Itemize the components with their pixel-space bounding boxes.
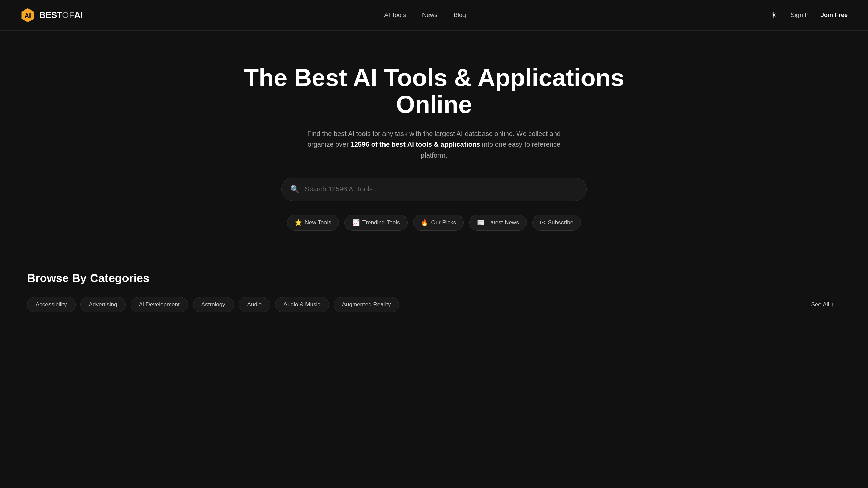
svg-text:AI: AI xyxy=(25,12,31,19)
search-container: 🔍 xyxy=(281,178,587,201)
see-all-button[interactable]: See All ↓ xyxy=(805,297,841,312)
newspaper-icon: 📰 xyxy=(477,219,485,226)
new-tools-button[interactable]: ⭐ New Tools xyxy=(287,215,339,231)
nav-blog[interactable]: Blog xyxy=(454,12,466,19)
quick-links: ⭐ New Tools 📈 Trending Tools 🔥 Our Picks… xyxy=(287,215,581,231)
category-tags-container: Accessibility Advertising Ai Development… xyxy=(27,297,841,312)
logo-area: AI BESTOFAI xyxy=(20,8,82,23)
category-augmented-reality[interactable]: Augmented Reality xyxy=(334,297,399,312)
subscribe-button[interactable]: ✉ Subscribe xyxy=(532,215,581,231)
theme-toggle-button[interactable]: ☀ xyxy=(768,9,780,21)
nav-ai-tools[interactable]: AI Tools xyxy=(384,12,406,19)
mail-icon: ✉ xyxy=(540,219,545,226)
logo-text: BESTOFAI xyxy=(39,10,82,20)
navbar: AI BESTOFAI AI Tools News Blog ☀ Sign In… xyxy=(0,0,868,30)
join-free-button[interactable]: Join Free xyxy=(821,12,848,19)
arrow-down-icon: ↓ xyxy=(831,301,834,308)
nav-news[interactable]: News xyxy=(422,12,437,19)
sign-in-button[interactable]: Sign In xyxy=(791,12,810,19)
hero-section: The Best AI Tools & Applications Online … xyxy=(0,30,868,251)
latest-news-button[interactable]: 📰 Latest News xyxy=(469,215,527,231)
category-audio-music[interactable]: Audio & Music xyxy=(275,297,329,312)
category-audio[interactable]: Audio xyxy=(239,297,270,312)
search-icon: 🔍 xyxy=(290,185,299,194)
search-input[interactable] xyxy=(281,178,587,201)
trending-tools-button[interactable]: 📈 Trending Tools xyxy=(344,215,408,231)
our-picks-button[interactable]: 🔥 Our Picks xyxy=(413,215,464,231)
trending-icon: 📈 xyxy=(352,219,360,226)
nav-links: AI Tools News Blog xyxy=(384,12,466,19)
hero-title: The Best AI Tools & Applications Online xyxy=(231,64,637,118)
hero-subtitle: Find the best AI tools for any task with… xyxy=(305,128,563,161)
star-icon: ⭐ xyxy=(295,219,302,226)
categories-section: Browse By Categories Accessibility Adver… xyxy=(0,251,868,326)
navbar-actions: ☀ Sign In Join Free xyxy=(768,9,848,21)
fire-icon: 🔥 xyxy=(421,219,428,226)
category-ai-development[interactable]: Ai Development xyxy=(131,297,188,312)
category-advertising[interactable]: Advertising xyxy=(80,297,126,312)
logo-icon: AI xyxy=(20,8,35,23)
categories-title: Browse By Categories xyxy=(27,271,841,285)
sun-icon: ☀ xyxy=(770,11,777,20)
category-accessibility[interactable]: Accessibility xyxy=(27,297,76,312)
category-astrology[interactable]: Astrology xyxy=(193,297,234,312)
